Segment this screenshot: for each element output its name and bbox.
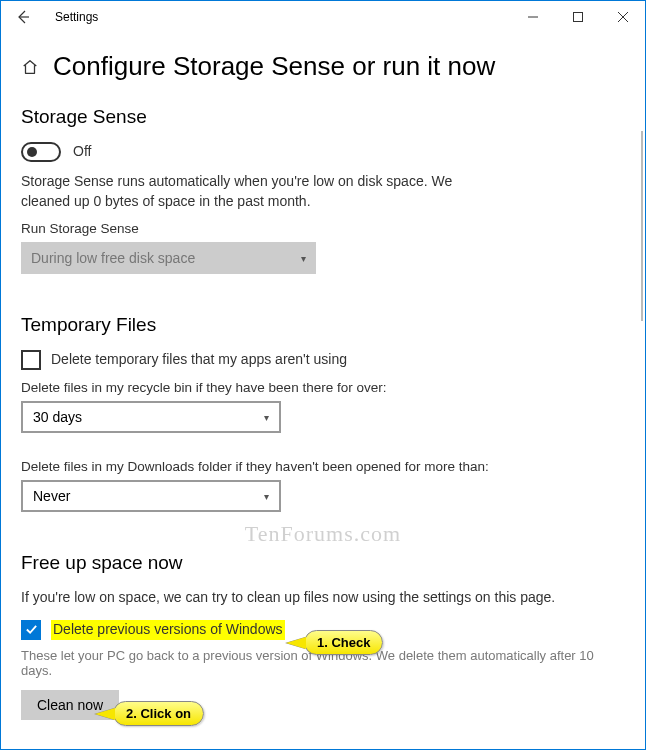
delete-previous-windows-label: Delete previous versions of Windows bbox=[51, 620, 285, 640]
run-storage-sense-value: During low free disk space bbox=[31, 250, 195, 266]
close-button[interactable] bbox=[600, 2, 645, 32]
delete-temp-files-label: Delete temporary files that my apps aren… bbox=[51, 350, 347, 370]
chevron-down-icon: ▾ bbox=[301, 253, 306, 264]
back-button[interactable] bbox=[9, 3, 37, 31]
recycle-bin-dropdown[interactable]: 30 days ▾ bbox=[21, 401, 281, 433]
page-title: Configure Storage Sense or run it now bbox=[53, 51, 495, 82]
recycle-bin-label: Delete files in my recycle bin if they h… bbox=[21, 380, 625, 395]
chevron-down-icon: ▾ bbox=[264, 412, 269, 423]
downloads-label: Delete files in my Downloads folder if t… bbox=[21, 459, 625, 474]
minimize-button[interactable] bbox=[510, 2, 555, 32]
run-storage-sense-dropdown: During low free disk space ▾ bbox=[21, 242, 316, 274]
recycle-bin-value: 30 days bbox=[33, 409, 82, 425]
downloads-dropdown[interactable]: Never ▾ bbox=[21, 480, 281, 512]
delete-previous-windows-checkbox[interactable] bbox=[21, 620, 41, 640]
free-up-space-heading: Free up space now bbox=[21, 552, 625, 574]
free-up-note: These let your PC go back to a previous … bbox=[21, 648, 625, 678]
delete-temp-files-checkbox[interactable] bbox=[21, 350, 41, 370]
chevron-down-icon: ▾ bbox=[264, 491, 269, 502]
maximize-button[interactable] bbox=[555, 2, 600, 32]
temporary-files-heading: Temporary Files bbox=[21, 314, 625, 336]
free-up-intro: If you're low on space, we can try to cl… bbox=[21, 588, 625, 608]
home-icon[interactable] bbox=[21, 58, 39, 76]
storage-sense-toggle[interactable] bbox=[21, 142, 61, 162]
storage-sense-description: Storage Sense runs automatically when yo… bbox=[21, 172, 491, 211]
downloads-value: Never bbox=[33, 488, 70, 504]
titlebar: Settings bbox=[1, 1, 645, 33]
storage-sense-heading: Storage Sense bbox=[21, 106, 625, 128]
clean-now-button[interactable]: Clean now bbox=[21, 690, 119, 720]
window-title: Settings bbox=[55, 10, 98, 24]
svg-rect-2 bbox=[573, 13, 582, 22]
run-storage-sense-label: Run Storage Sense bbox=[21, 221, 625, 236]
scrollbar[interactable] bbox=[641, 131, 643, 321]
storage-sense-toggle-state: Off bbox=[73, 142, 91, 162]
